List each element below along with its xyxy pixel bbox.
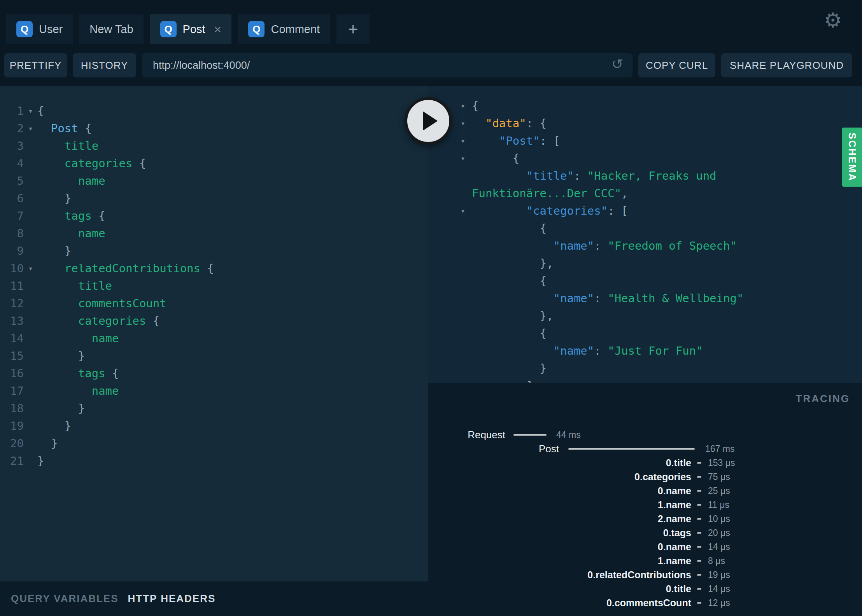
code-text: Funktionäre...Der CCC", bbox=[472, 185, 628, 202]
code-text: relatedContributions { bbox=[37, 260, 214, 277]
line-number: 1 bbox=[0, 102, 24, 120]
code-text: name bbox=[37, 225, 105, 242]
collapse-arrow-icon[interactable]: ▾ bbox=[461, 202, 472, 220]
response-line: Funktionäre...Der CCC", bbox=[428, 185, 862, 202]
query-editor[interactable]: 1▾{2▾ Post {3 title4 categories {5 name6… bbox=[0, 86, 428, 581]
collapse-arrow-icon[interactable]: ▾ bbox=[24, 260, 37, 277]
gutter-spacer bbox=[24, 155, 37, 172]
token-punc: } bbox=[65, 244, 71, 257]
token-field: name bbox=[78, 227, 105, 240]
code-text: "name": "Freedom of Speech" bbox=[472, 237, 737, 255]
token-punc: } bbox=[65, 192, 71, 205]
trace-label: 1.name bbox=[428, 499, 691, 511]
query-variables-tab[interactable]: QUERY VARIABLES bbox=[11, 593, 119, 605]
code-text: title bbox=[37, 137, 98, 155]
code-text: "name": "Health & Wellbeing" bbox=[472, 290, 743, 307]
collapse-arrow-icon[interactable]: ▾ bbox=[461, 97, 472, 115]
response-line: ▾ { bbox=[428, 150, 862, 167]
code-text: { bbox=[472, 272, 547, 290]
gutter-spacer bbox=[24, 190, 37, 207]
code-text: }, bbox=[472, 307, 554, 325]
token-punc: ] bbox=[526, 379, 533, 383]
tab-label: Comment bbox=[271, 23, 320, 36]
reload-icon[interactable]: ↺ bbox=[611, 57, 623, 71]
gutter-spacer bbox=[461, 272, 472, 290]
trace-label: 0.name bbox=[428, 485, 691, 497]
history-button[interactable]: HISTORY bbox=[73, 53, 136, 77]
share-playground-button[interactable]: SHARE PLAYGROUND bbox=[721, 53, 852, 77]
response-line: ▾ "Post": [ bbox=[428, 132, 862, 150]
token-punc: : bbox=[594, 239, 608, 252]
trace-row: 0.name25 μs bbox=[428, 484, 862, 498]
token-punc: : bbox=[594, 344, 608, 357]
gutter-spacer bbox=[461, 290, 472, 307]
line-number: 3 bbox=[0, 137, 24, 155]
collapse-arrow-icon[interactable]: ▾ bbox=[461, 150, 472, 167]
response-line: ] bbox=[428, 377, 862, 383]
line-number: 13 bbox=[0, 312, 24, 330]
response-line: { bbox=[428, 272, 862, 290]
header: QUserNew TabQPost×QComment + ⚙ PRETTIFY … bbox=[0, 0, 862, 86]
collapse-arrow-icon[interactable]: ▾ bbox=[461, 115, 472, 132]
token-okey: "data" bbox=[485, 117, 526, 130]
prettify-button[interactable]: PRETTIFY bbox=[4, 53, 67, 77]
gutter-spacer bbox=[24, 277, 37, 295]
line-number: 20 bbox=[0, 435, 24, 452]
trace-label: Post bbox=[428, 443, 559, 455]
code-text: tags { bbox=[37, 207, 105, 225]
trace-label: 0.tags bbox=[428, 527, 691, 539]
token-punc: { bbox=[200, 262, 214, 275]
token-punc: { bbox=[146, 314, 159, 327]
trace-bar bbox=[697, 490, 701, 492]
code-text: tags { bbox=[37, 365, 119, 382]
gutter-spacer bbox=[461, 325, 472, 342]
tab-post[interactable]: QPost× bbox=[150, 14, 232, 44]
http-headers-tab[interactable]: HTTP HEADERS bbox=[128, 593, 216, 605]
tab-bar: QUserNew TabQPost×QComment + bbox=[6, 14, 370, 44]
line-number: 2 bbox=[0, 120, 24, 137]
add-tab-button[interactable]: + bbox=[336, 14, 370, 44]
line-number: 16 bbox=[0, 365, 24, 382]
response-line: } bbox=[428, 360, 862, 377]
trace-time: 44 ms bbox=[556, 430, 581, 440]
tab-comment[interactable]: QComment bbox=[238, 14, 330, 44]
gutter-spacer bbox=[24, 242, 37, 260]
token-field: title bbox=[78, 279, 112, 292]
trace-row: 0.relatedContributions19 μs bbox=[428, 568, 862, 582]
code-text: } bbox=[37, 400, 85, 417]
copy-curl-button[interactable]: COPY CURL bbox=[638, 53, 715, 77]
collapse-arrow-icon[interactable]: ▾ bbox=[24, 102, 37, 120]
response-line: "title": "Hacker, Freaks und bbox=[428, 167, 862, 185]
code-text: Post { bbox=[37, 120, 92, 137]
query-line: 10▾ relatedContributions { bbox=[0, 260, 428, 277]
code-text: ] bbox=[472, 377, 533, 383]
trace-label: 0.relatedContributions bbox=[428, 569, 691, 581]
tab-new-tab[interactable]: New Tab bbox=[79, 14, 143, 44]
token-str: "Just For Fun" bbox=[608, 344, 703, 357]
trace-bar bbox=[697, 546, 701, 548]
trace-row: 0.commentsCount12 μs bbox=[428, 596, 862, 610]
code-text: } bbox=[37, 190, 71, 207]
line-number: 11 bbox=[0, 277, 24, 295]
url-input[interactable] bbox=[142, 53, 632, 77]
query-line: 21} bbox=[0, 452, 428, 470]
line-number: 6 bbox=[0, 190, 24, 207]
close-tab-icon[interactable]: × bbox=[214, 23, 222, 36]
collapse-arrow-icon[interactable]: ▾ bbox=[461, 132, 472, 150]
collapse-arrow-icon[interactable]: ▾ bbox=[24, 120, 37, 137]
tab-label: New Tab bbox=[89, 23, 133, 36]
trace-time: 20 μs bbox=[708, 528, 730, 538]
token-punc: { bbox=[540, 222, 547, 235]
trace-bar bbox=[697, 574, 701, 576]
query-icon: Q bbox=[248, 21, 265, 37]
settings-gear-icon[interactable]: ⚙ bbox=[824, 10, 842, 30]
tab-user[interactable]: QUser bbox=[6, 14, 73, 44]
gutter-spacer bbox=[24, 225, 37, 242]
query-editor-lines: 1▾{2▾ Post {3 title4 categories {5 name6… bbox=[0, 102, 428, 470]
play-button[interactable] bbox=[405, 97, 452, 145]
line-number: 9 bbox=[0, 242, 24, 260]
schema-tab-button[interactable]: SCHEMA bbox=[842, 128, 862, 187]
query-line: 2▾ Post { bbox=[0, 120, 428, 137]
trace-row: 0.tags20 μs bbox=[428, 526, 862, 540]
line-number: 4 bbox=[0, 155, 24, 172]
